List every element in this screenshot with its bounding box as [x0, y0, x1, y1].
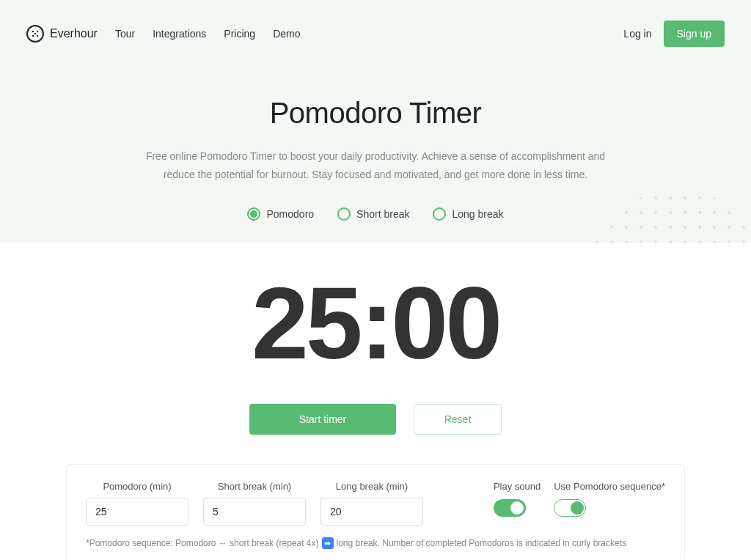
setting-label: Long break (min): [320, 481, 423, 492]
toggle-knob: [510, 501, 524, 515]
play-sound-toggle[interactable]: [494, 499, 526, 517]
nav-integrations[interactable]: Integrations: [153, 28, 206, 40]
radio-icon: [337, 207, 351, 221]
arrow-right-icon: ➡: [322, 537, 334, 549]
mode-tab-pomodoro[interactable]: Pomodoro: [247, 207, 314, 221]
signup-button[interactable]: Sign up: [664, 21, 725, 47]
setting-sequence: Use Pomodoro sequence*: [554, 481, 665, 517]
mode-tabs: Pomodoro Short break Long break: [15, 207, 736, 221]
setting-label: Pomodoro (min): [86, 481, 188, 492]
toggle-group: Play sound Use Pomodoro sequence*: [494, 481, 665, 517]
settings-card: Pomodoro (min) Short break (min) Long br…: [66, 464, 685, 560]
logo-icon: [26, 25, 44, 43]
setting-long-break: Long break (min): [320, 481, 423, 526]
logo[interactable]: Everhour: [26, 25, 98, 43]
setting-short-break: Short break (min): [203, 481, 306, 526]
nav-pricing[interactable]: Pricing: [224, 28, 255, 40]
timer-section: 25:00 Start timer Reset Pomodoro (min) S…: [0, 243, 751, 560]
reset-button[interactable]: Reset: [414, 404, 502, 435]
header-left: Everhour Tour Integrations Pricing Demo: [26, 25, 300, 43]
radio-icon: [247, 207, 260, 221]
radio-icon: [433, 207, 446, 221]
pomodoro-input[interactable]: [86, 498, 188, 526]
toggle-knob: [571, 501, 584, 515]
logo-text: Everhour: [50, 27, 98, 40]
long-break-input[interactable]: [320, 498, 423, 526]
header: Everhour Tour Integrations Pricing Demo …: [0, 0, 751, 67]
nav-demo[interactable]: Demo: [273, 28, 300, 40]
settings-row: Pomodoro (min) Short break (min) Long br…: [86, 481, 665, 526]
page-title: Pomodoro Timer: [15, 97, 736, 130]
start-timer-button[interactable]: Start timer: [249, 404, 396, 435]
mode-label: Long break: [452, 208, 503, 220]
setting-play-sound: Play sound: [494, 481, 541, 517]
footnote-text-prefix: *Pomodoro sequence: Pomodoro ↔ short bre…: [86, 538, 319, 548]
page-description: Free online Pomodoro Timer to boost your…: [141, 147, 610, 184]
setting-label: Play sound: [494, 481, 541, 492]
timer-buttons: Start timer Reset: [15, 404, 736, 435]
mode-tab-long-break[interactable]: Long break: [433, 207, 503, 221]
footnote-text-suffix: long break. Number of completed Pomodoro…: [337, 538, 627, 548]
mode-label: Short break: [356, 208, 409, 220]
nav-tour[interactable]: Tour: [115, 28, 135, 40]
login-link[interactable]: Log in: [623, 28, 651, 40]
settings-footnote: *Pomodoro sequence: Pomodoro ↔ short bre…: [86, 537, 665, 549]
mode-tab-short-break[interactable]: Short break: [337, 207, 409, 221]
header-right: Log in Sign up: [623, 21, 725, 47]
timer-display: 25:00: [15, 272, 736, 375]
hero-section: Pomodoro Timer Free online Pomodoro Time…: [0, 67, 751, 243]
setting-label: Short break (min): [203, 481, 306, 492]
sequence-toggle[interactable]: [554, 499, 586, 517]
setting-pomodoro: Pomodoro (min): [86, 481, 188, 526]
setting-label: Use Pomodoro sequence*: [554, 481, 665, 492]
mode-label: Pomodoro: [266, 208, 314, 220]
short-break-input[interactable]: [203, 498, 306, 526]
